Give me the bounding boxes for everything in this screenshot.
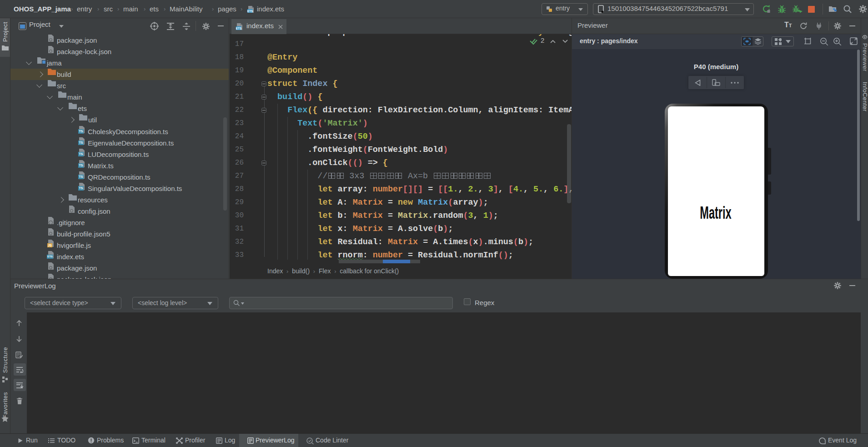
svg-text:ETS: ETS [236,27,242,30]
svg-text:ETS: ETS [247,10,253,13]
